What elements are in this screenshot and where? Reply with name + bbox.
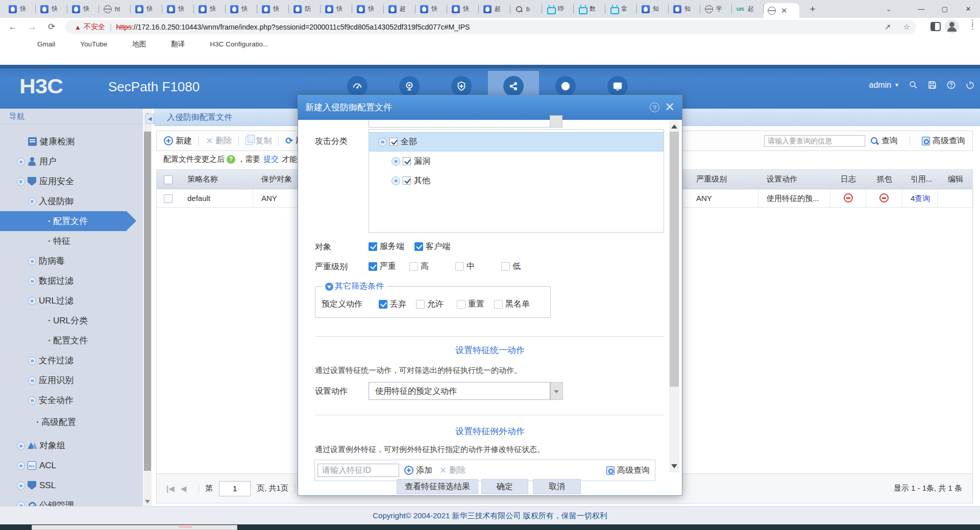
expand-icon[interactable]: [28, 257, 36, 265]
sidebar-item[interactable]: 应用识别: [0, 370, 143, 390]
expand-icon[interactable]: [28, 277, 36, 285]
page-number-input[interactable]: [219, 481, 251, 496]
dialog-close-icon[interactable]: ✕: [665, 101, 675, 113]
bookmark-item[interactable]: 地图: [120, 40, 146, 49]
ssl-warning-label[interactable]: 不安全: [84, 22, 105, 32]
checkbox[interactable]: [369, 262, 377, 271]
scroll-up-icon[interactable]: [671, 124, 677, 129]
user-menu[interactable]: admin: [869, 81, 892, 90]
collapse-triangle-icon[interactable]: [325, 283, 333, 291]
expand-icon[interactable]: [28, 197, 36, 206]
action-select[interactable]: 使用特征的预定义动作: [369, 382, 550, 400]
bookmark-item[interactable]: H3C Configuratio...: [198, 40, 268, 49]
checkbox-option[interactable]: 高: [409, 261, 455, 272]
col-action[interactable]: 设置动作: [758, 174, 830, 184]
dialog-scrollbar[interactable]: [669, 120, 679, 472]
content-tab-title[interactable]: 入侵防御配置文件: [167, 112, 232, 123]
share-icon[interactable]: ↗: [885, 22, 891, 32]
forward-button[interactable]: →: [26, 20, 39, 34]
browser-tab[interactable]: 知: [669, 0, 700, 18]
checkbox[interactable]: [501, 262, 510, 271]
sidebar-item[interactable]: ACL: [0, 456, 143, 475]
sidebar-item[interactable]: 文件过滤: [0, 350, 143, 370]
col-edit[interactable]: 编辑: [938, 174, 973, 184]
scrollbar-thumb[interactable]: [144, 132, 151, 471]
help-icon[interactable]: [946, 80, 956, 90]
expand-icon[interactable]: [28, 297, 36, 305]
sidebar-scrollbar[interactable]: [143, 109, 152, 508]
browser-tab[interactable]: 快: [415, 0, 447, 18]
search-input[interactable]: [764, 135, 865, 147]
browser-tab[interactable]: 快: [352, 0, 384, 18]
checkbox-option[interactable]: 客户端: [414, 241, 460, 252]
tree-expand-icon[interactable]: [391, 157, 400, 166]
scroll-down-icon[interactable]: [145, 500, 150, 503]
tab-close-icon[interactable]: ✕: [781, 7, 788, 14]
add-button[interactable]: 添加: [404, 465, 432, 476]
browser-tab[interactable]: 防: [289, 0, 321, 18]
tree-checkbox[interactable]: [403, 157, 411, 165]
expand-icon[interactable]: [17, 442, 25, 450]
reference-query-link[interactable]: 查询: [915, 194, 930, 203]
dialog-help-icon[interactable]: ?: [650, 103, 659, 112]
expand-icon[interactable]: [17, 462, 25, 470]
select-all-checkbox[interactable]: [164, 175, 173, 184]
browser-tab[interactable]: 快: [162, 0, 194, 18]
sidebar-item[interactable]: URL分类: [0, 311, 143, 331]
expand-icon[interactable]: [17, 158, 25, 166]
first-page-icon[interactable]: |◀: [166, 484, 175, 493]
checkbox-option[interactable]: 允许: [416, 299, 457, 310]
window-minimize-button[interactable]: —: [910, 5, 933, 13]
tree-expand-icon[interactable]: [391, 176, 400, 185]
row-checkbox[interactable]: [164, 194, 173, 203]
checkbox-option[interactable]: 重置: [457, 299, 494, 310]
sidebar-item[interactable]: 用户: [0, 152, 143, 171]
action-select-arrow[interactable]: [550, 382, 563, 400]
window-maximize-button[interactable]: ▢: [933, 5, 957, 13]
col-log[interactable]: 日志: [830, 174, 866, 184]
active-browser-tab[interactable]: ✕: [764, 3, 799, 18]
expand-icon[interactable]: [28, 357, 36, 365]
checkbox[interactable]: [414, 242, 423, 251]
query-button[interactable]: 查询: [870, 136, 898, 146]
col-capture[interactable]: 抓包: [866, 174, 902, 184]
col-severity[interactable]: 严重级别: [688, 174, 758, 184]
profile-avatar[interactable]: [945, 19, 959, 34]
browser-tab[interactable]: 快: [257, 0, 289, 18]
browser-tab[interactable]: 数: [574, 0, 605, 18]
scrollbar-thumb[interactable]: [670, 132, 679, 387]
col-policy-name[interactable]: 策略名称: [179, 174, 253, 184]
browser-tab[interactable]: 快: [4, 0, 36, 18]
browser-tab[interactable]: 超: [384, 0, 415, 18]
window-close-button[interactable]: ✕: [957, 5, 980, 13]
browser-tab[interactable]: b: [510, 0, 542, 18]
tree-node[interactable]: 其他: [369, 171, 664, 190]
checkbox-option[interactable]: 严重: [369, 261, 409, 272]
browser-tab[interactable]: 拿: [605, 0, 637, 18]
tree-node[interactable]: 全部: [369, 132, 664, 152]
tree-checkbox[interactable]: [389, 138, 398, 146]
header-search-icon[interactable]: [909, 80, 918, 90]
address-bar[interactable]: ▲ 不安全 | https ://172.16.0.250:10443/wnm/…: [65, 20, 916, 34]
checkbox[interactable]: [455, 262, 464, 271]
checkbox[interactable]: [457, 300, 465, 309]
tree-node[interactable]: 漏洞: [369, 152, 664, 171]
advanced-query-button-modal[interactable]: 高级查询: [606, 465, 650, 476]
cancel-button[interactable]: 取消: [533, 479, 581, 494]
view-results-button[interactable]: 查看特征筛选结果: [397, 479, 478, 494]
sidebar-item[interactable]: 入侵防御: [0, 191, 143, 211]
set-exception-action-link[interactable]: 设置特征例外动作: [298, 425, 682, 437]
checkbox[interactable]: [409, 262, 418, 271]
set-uniform-action-link[interactable]: 设置特征统一动作: [298, 344, 682, 356]
expand-icon[interactable]: [17, 178, 25, 186]
sidebar-item[interactable]: 安全动作: [0, 390, 143, 410]
sidebar-item[interactable]: 特征: [0, 231, 143, 251]
checkbox-option[interactable]: 黑名单: [494, 299, 531, 310]
bookmark-item[interactable]: YouTube: [68, 40, 107, 49]
new-button[interactable]: 新建: [164, 136, 192, 146]
feature-id-input[interactable]: [317, 464, 399, 477]
prev-page-icon[interactable]: ◀: [181, 484, 187, 493]
sidebar-item[interactable]: 配置文件: [0, 211, 127, 231]
browser-menu-icon[interactable]: ⋮⋮: [969, 20, 975, 29]
tree-checkbox[interactable]: [403, 176, 411, 185]
